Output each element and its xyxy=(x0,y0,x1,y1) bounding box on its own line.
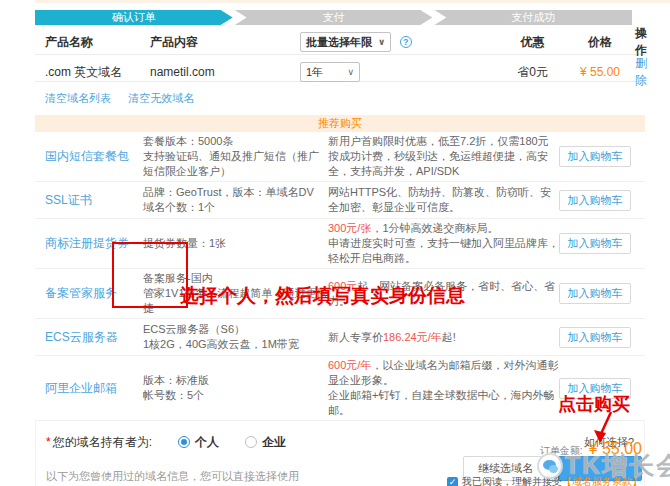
add-to-cart-button[interactable]: 加入购物车 xyxy=(559,190,631,211)
header-product-name: 产品名称 xyxy=(35,34,140,51)
clear-domain-list-link[interactable]: 清空域名列表 xyxy=(45,92,111,104)
step-pay: 支付 xyxy=(235,10,433,25)
order-row-domain: .com 英文域名 nametil.com 1年∨ 省0元 ¥ 55.00 删除 xyxy=(35,55,645,82)
domain-discount: 省0元 xyxy=(500,64,565,81)
batch-year-select[interactable]: 批量选择年限∨ xyxy=(300,32,391,52)
product-content-line2: 支持验证码、通知及推广短信（推广短信限企业客户） xyxy=(143,149,328,179)
holder-label: 您的域名持有者为: xyxy=(53,434,152,451)
radio-dot xyxy=(245,436,257,448)
chevron-down-icon: ∨ xyxy=(378,37,385,47)
recommend-row-ssl: SSL证书 品牌：GeoTrust，版本：单域名DV域名个数：1个 网站HTTP… xyxy=(35,182,645,219)
header-action: 操作 xyxy=(635,25,647,59)
order-confirm-page: 确认订单 支付 支付成功 产品名称 产品内容 批量选择年限∨ ? 优惠 价格 操… xyxy=(0,0,670,486)
recommend-row-mail: 阿里企业邮箱 版本：标准版帐号数：5个 600元/年，以企业域名为邮箱后缀，对外… xyxy=(35,356,645,421)
add-to-cart-button[interactable]: 加入购物车 xyxy=(559,327,631,348)
agree-text: 我已阅读，理解并接受 xyxy=(462,475,562,486)
product-link[interactable]: SSL证书 xyxy=(45,193,92,207)
help-icon[interactable]: ? xyxy=(400,36,412,48)
delete-link[interactable]: 删除 xyxy=(635,56,647,87)
recommend-banner: 推荐购买 xyxy=(35,115,645,132)
year-select[interactable]: 1年∨ xyxy=(300,62,360,82)
product-link[interactable]: 阿里企业邮箱 xyxy=(45,381,117,395)
recommend-row-trademark: 商标注册提货券 提货券数量：1张 300元/张，1分钟高效递交商标局。申请进度实… xyxy=(35,219,645,269)
product-link[interactable]: 国内短信套餐包 xyxy=(45,149,129,163)
order-table-header: 产品名称 产品内容 批量选择年限∨ ? 优惠 价格 操作 xyxy=(35,25,645,55)
chevron-down-icon: ∨ xyxy=(347,67,354,77)
header-discount: 优惠 xyxy=(500,34,565,51)
template-hint: 以下为您曾使用过的域名信息，您可以直接选择使用 xyxy=(46,469,299,484)
product-link[interactable]: ECS云服务器 xyxy=(45,330,118,344)
domain-name: nametil.com xyxy=(140,65,290,79)
product-link[interactable]: 商标注册提货券 xyxy=(45,236,129,250)
progress-steps: 确认订单 支付 支付成功 xyxy=(35,10,632,25)
add-to-cart-button[interactable]: 加入购物车 xyxy=(559,146,631,167)
domain-terms-link[interactable]: 【域名服务条款】 xyxy=(562,475,642,486)
header-price: 价格 xyxy=(565,34,635,51)
radio-personal[interactable]: 个人 xyxy=(178,434,219,451)
product-link[interactable]: 备案管家服务 xyxy=(45,286,117,300)
desc-text: 新用户首购限时优惠，低至7.2折，仅需180元 xyxy=(328,135,549,147)
add-to-cart-button[interactable]: 加入购物车 xyxy=(559,378,631,399)
recommend-row-sms: 国内短信套餐包 套餐版本：5000条支持验证码、通知及推广短信（推广短信限企业客… xyxy=(35,132,645,182)
step-pay-success: 支付成功 xyxy=(434,10,632,25)
clear-invalid-domain-link[interactable]: 清空无效域名 xyxy=(128,92,194,104)
recommend-row-ecs: ECS云服务器 ECS云服务器（S6）1核2G，40G高效云盘，1M带宽 新人专… xyxy=(35,319,645,356)
agree-checkbox[interactable]: ✓ xyxy=(447,477,458,486)
required-star: * xyxy=(46,435,51,449)
domain-type: .com 英文域名 xyxy=(35,64,140,81)
header-product-content: 产品内容 xyxy=(140,34,290,51)
product-content-line1: 套餐版本：5000条 xyxy=(143,134,328,149)
add-to-cart-button[interactable]: 加入购物车 xyxy=(559,233,631,254)
recommend-row-beian: 备案管家服务 备案服务-国内管家1V1服务，流程超简单，通过更快捷 600元起，… xyxy=(35,269,645,319)
radio-dot xyxy=(178,436,190,448)
domain-price: ¥ 55.00 xyxy=(565,65,635,79)
radio-company[interactable]: 企业 xyxy=(245,434,286,451)
step-confirm-order: 确认订单 xyxy=(35,10,233,25)
top-notice-strip xyxy=(35,0,670,3)
add-to-cart-button[interactable]: 加入购物车 xyxy=(559,283,631,304)
